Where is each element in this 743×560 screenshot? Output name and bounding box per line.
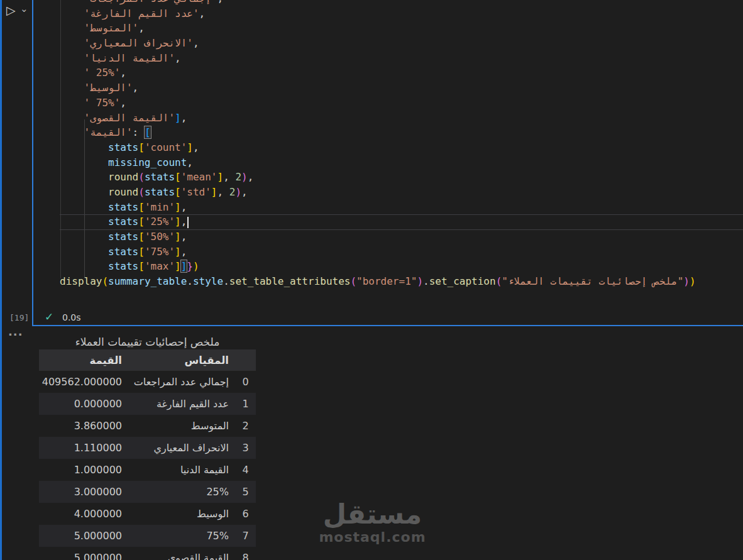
code-token: . xyxy=(187,275,193,287)
cell-output: ملخص إحصائيات تقييمات العملاء القيمة الم… xyxy=(39,334,256,560)
code-token: ) xyxy=(417,275,423,287)
index-cell: 2 xyxy=(235,415,256,437)
code-line[interactable]: stats['50%'], xyxy=(60,229,696,244)
metric-cell: 25% xyxy=(128,481,235,503)
code-token xyxy=(60,216,108,228)
code-token: stats xyxy=(108,231,138,243)
code-token: , xyxy=(199,8,206,19)
cell-focus-border-left xyxy=(32,0,33,326)
code-line[interactable]: stats['25%'], xyxy=(60,214,696,229)
execution-count: [19] xyxy=(9,313,29,322)
code-token: ( xyxy=(102,275,108,287)
code-line[interactable]: display(summary_table.style.set_table_at… xyxy=(60,274,696,289)
code-token xyxy=(60,231,108,243)
code-token xyxy=(60,126,84,138)
code-token: 'max' xyxy=(145,260,175,272)
code-token xyxy=(60,186,108,198)
column-header-metric: المقياس xyxy=(128,349,235,371)
code-line[interactable]: ' 25%', xyxy=(60,65,696,80)
code-line[interactable]: 'عدد القيم الفارغة', xyxy=(60,6,696,21)
code-line[interactable]: missing_count, xyxy=(60,155,696,170)
code-line[interactable]: 'المتوسط', xyxy=(60,21,696,36)
code-token: 'القيمة' xyxy=(84,126,133,138)
run-cell-icon[interactable]: ▷ xyxy=(6,3,16,18)
code-token: [ xyxy=(138,201,145,213)
code-token: missing_count xyxy=(108,156,187,168)
matched-bracket: ] xyxy=(181,260,187,272)
code-line[interactable]: 'القيمة القصوى'], xyxy=(60,111,696,126)
mostaql-site-label: mostaql.com xyxy=(314,530,431,544)
code-token: '75%' xyxy=(145,246,175,258)
code-token: ] xyxy=(211,186,217,198)
code-line[interactable]: 'القيمة': [ xyxy=(60,125,696,140)
mostaql-logo: مستقل xyxy=(314,498,431,530)
code-token: 'المتوسط' xyxy=(84,22,139,34)
code-token: ) xyxy=(235,186,241,198)
code-token xyxy=(60,0,84,4)
table-row: 409562.000000إجمالي عدد المراجعات0 xyxy=(39,371,256,393)
notebook-cell: ▷ ⌄ 'إجمالي عدد المراجعات', 'عدد القيم ا… xyxy=(0,0,743,560)
table-row: 1.000000القيمة الدنيا4 xyxy=(39,459,256,481)
text-cursor xyxy=(187,217,189,228)
chevron-down-icon[interactable]: ⌄ xyxy=(20,1,28,16)
code-line[interactable]: stats['max']]}) xyxy=(60,259,696,274)
column-header-index xyxy=(235,349,256,371)
code-token: set_caption xyxy=(429,275,496,287)
code-token: , xyxy=(223,171,235,183)
code-line[interactable]: stats['min'], xyxy=(60,200,696,215)
code-token: style xyxy=(193,275,223,287)
code-editor[interactable]: 'إجمالي عدد المراجعات', 'عدد القيم الفار… xyxy=(60,0,696,289)
code-token xyxy=(60,37,84,49)
code-token: , xyxy=(193,37,199,49)
code-token: 'القيمة القصوى' xyxy=(84,112,175,124)
code-token: ) xyxy=(241,171,248,183)
output-more-actions-button[interactable]: ··· xyxy=(8,328,23,341)
value-cell: 1.000000 xyxy=(39,459,128,481)
code-token: '25%' xyxy=(145,216,175,228)
code-token xyxy=(60,201,108,213)
table-row: 0.000000عدد القيم الفارغة1 xyxy=(39,393,256,415)
code-token: . xyxy=(223,275,229,287)
code-token: , xyxy=(248,171,254,183)
code-token xyxy=(60,52,84,64)
code-token: ] xyxy=(175,216,181,228)
value-cell: 4.000000 xyxy=(39,503,128,525)
code-line[interactable]: 'الوسيط', xyxy=(60,80,696,96)
summary-table: القيمة المقياس 409562.000000إجمالي عدد ا… xyxy=(39,349,256,560)
code-token: ) xyxy=(193,260,199,272)
code-token: , xyxy=(175,52,181,64)
code-line[interactable]: 'الانحراف المعياري', xyxy=(60,36,696,51)
code-token xyxy=(60,141,108,153)
code-token xyxy=(60,8,84,19)
code-token xyxy=(60,246,108,258)
code-token: stats xyxy=(108,216,138,228)
metric-cell: القيمة القصوى xyxy=(128,547,235,560)
code-token: set_table_attributes xyxy=(229,275,351,287)
code-line[interactable]: round(stats['std'], 2), xyxy=(60,185,696,200)
code-token: 'min' xyxy=(145,201,175,213)
code-line[interactable]: stats['75%'], xyxy=(60,244,696,260)
code-token: "border=1" xyxy=(356,275,417,287)
index-cell: 3 xyxy=(235,437,256,459)
code-line[interactable]: ' 75%', xyxy=(60,96,696,111)
code-line[interactable]: stats['count'], xyxy=(60,140,696,155)
code-token xyxy=(60,171,108,183)
code-token xyxy=(60,260,108,272)
code-token: round xyxy=(108,186,138,198)
code-token: , xyxy=(241,186,248,198)
code-token: 'count' xyxy=(145,141,187,153)
code-token: ' 25%' xyxy=(84,67,121,79)
code-token: , xyxy=(217,0,223,4)
table-row: 3.860000المتوسط2 xyxy=(39,415,256,437)
matched-bracket: [ xyxy=(145,126,151,138)
table-row: 3.00000025%5 xyxy=(39,481,256,503)
code-line[interactable]: 'القيمة الدنيا', xyxy=(60,51,696,66)
code-token: [ xyxy=(138,216,145,228)
code-token xyxy=(60,22,84,34)
code-token: [ xyxy=(175,186,181,198)
code-line[interactable]: 'إجمالي عدد المراجعات', xyxy=(60,0,696,6)
table-row: 4.000000الوسيط6 xyxy=(39,503,256,525)
value-cell: 3.000000 xyxy=(39,481,128,503)
table-row: 5.000000القيمة القصوى8 xyxy=(39,547,256,560)
code-line[interactable]: round(stats['mean'], 2), xyxy=(60,170,696,185)
